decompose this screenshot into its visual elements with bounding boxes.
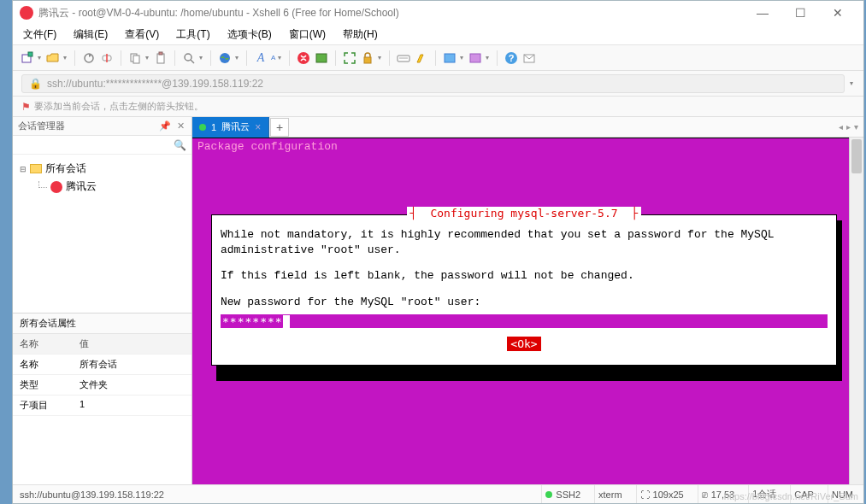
content-area: 1 腾讯云 × + ◂ ▸ ▾ Package configuration <box>192 117 863 484</box>
terminal-scrollbar[interactable] <box>850 138 863 484</box>
copy-icon[interactable] <box>127 50 143 66</box>
body-layout: 会话管理器 📌 ✕ 🔍 ⊟ 所有会话 腾讯云 <box>13 117 863 484</box>
cursor-icon: ⎚ <box>702 489 708 500</box>
find-icon[interactable] <box>181 50 197 66</box>
globe-drop[interactable]: ▾ <box>235 54 240 62</box>
prop-type-value: 文件夹 <box>73 375 191 396</box>
find-drop[interactable]: ▾ <box>199 54 204 62</box>
address-drop[interactable]: ▾ <box>850 79 855 87</box>
address-input[interactable]: 🔒 ssh://ubuntu:**************@139.199.15… <box>21 74 845 93</box>
tab-next-icon[interactable]: ▸ <box>846 122 851 132</box>
menu-tabs[interactable]: 选项卡(B) <box>224 26 275 44</box>
addressbar: 🔒 ssh://ubuntu:**************@139.199.15… <box>13 71 863 97</box>
password-input[interactable]: ********_ <box>221 314 828 328</box>
maximize-button[interactable]: ☐ <box>781 1 819 25</box>
reconnect-icon[interactable] <box>81 50 97 66</box>
close-button[interactable]: ✕ <box>819 1 857 25</box>
status-term: xterm <box>594 485 626 503</box>
tree-session[interactable]: 腾讯云 <box>20 178 185 196</box>
tab-prev-icon[interactable]: ◂ <box>839 122 843 132</box>
menu-help[interactable]: 帮助(H) <box>339 26 381 44</box>
tree-session-label: 腾讯云 <box>66 179 97 194</box>
menu-view[interactable]: 查看(V) <box>121 26 162 44</box>
session-tree: ⊟ 所有会话 腾讯云 <box>13 155 191 313</box>
toolbar: ▾ ▾ ▾ ▾ ▾ A A ▾ ▾ ▾ ▾ ? <box>13 45 863 71</box>
menubar: 文件(F) 编辑(E) 查看(V) 工具(T) 选项卡(B) 窗口(W) 帮助(… <box>13 25 863 45</box>
lock-icon[interactable] <box>360 50 375 66</box>
svg-rect-18 <box>470 54 480 62</box>
email-icon[interactable] <box>521 50 537 66</box>
col-value: 值 <box>73 334 191 355</box>
flag-icon: ⚑ <box>21 101 31 113</box>
size-icon: ⛶ <box>640 489 650 500</box>
minimize-button[interactable]: — <box>744 1 781 25</box>
svg-rect-1 <box>28 52 32 56</box>
window-title: 腾讯云 - root@VM-0-4-ubuntu: /home/ubuntu -… <box>38 6 744 21</box>
prop-name-label: 名称 <box>13 355 73 375</box>
panel-close-icon[interactable]: ✕ <box>174 120 186 132</box>
font-drop[interactable]: ▾ <box>278 54 283 62</box>
menu-edit[interactable]: 编辑(E) <box>70 26 111 44</box>
window-controls: — ☐ ✕ <box>744 1 857 25</box>
tab-add-button[interactable]: + <box>270 118 289 137</box>
open-icon[interactable] <box>45 50 61 66</box>
terminal[interactable]: Package configuration ┤ Configuring mysq… <box>192 138 850 484</box>
menu-tools[interactable]: 工具(T) <box>173 26 213 44</box>
address-url: ssh://ubuntu:**************@139.199.158.… <box>47 78 263 90</box>
disconnect-icon[interactable] <box>99 50 115 66</box>
help-icon[interactable]: ? <box>504 50 519 66</box>
prop-child-value: 1 <box>73 396 191 416</box>
sidebar-title: 会话管理器 <box>18 120 65 132</box>
sidebar-search-row: 🔍 <box>13 136 191 155</box>
xftp-icon[interactable] <box>314 50 329 66</box>
svg-rect-13 <box>316 54 327 62</box>
globe-icon[interactable] <box>217 50 233 66</box>
tab-active[interactable]: 1 腾讯云 × <box>192 117 269 138</box>
prop-type-label: 类型 <box>13 375 73 396</box>
new-session-icon[interactable] <box>20 50 35 66</box>
svg-rect-17 <box>445 54 455 62</box>
open-drop[interactable]: ▾ <box>63 54 68 62</box>
font-icon[interactable]: A <box>253 50 268 66</box>
prop-child-label: 子项目 <box>13 396 73 416</box>
dialog-line1: While not mandatory, it is highly recomm… <box>221 227 828 257</box>
tunnels-drop[interactable]: ▾ <box>486 54 491 62</box>
tab-index: 1 <box>211 122 216 132</box>
dialog-line3: New password for the MySQL "root" user: <box>221 295 828 310</box>
session-icon-small <box>50 181 62 193</box>
dialog-title-row: ┤ Configuring mysql-server-5.7 ├ <box>212 207 836 220</box>
session-drop[interactable]: ▾ <box>460 54 465 62</box>
ok-button[interactable]: <Ok> <box>221 337 828 353</box>
pin-icon[interactable]: 📌 <box>159 120 171 132</box>
search-icon[interactable]: 🔍 <box>174 139 186 151</box>
tabbar-nav: ◂ ▸ ▾ <box>839 122 863 132</box>
tab-label: 腾讯云 <box>221 120 250 133</box>
tunnels-icon[interactable] <box>468 50 483 66</box>
paste-icon[interactable] <box>153 50 168 66</box>
session-icon[interactable] <box>442 50 457 66</box>
fullscreen-icon[interactable] <box>342 50 357 66</box>
menu-file[interactable]: 文件(F) <box>20 26 60 44</box>
pkg-config-header: Package configuration <box>192 138 343 155</box>
lock-drop[interactable]: ▾ <box>378 54 383 62</box>
status-conn: ssh://ubuntu@139.199.158.119:22 <box>20 489 164 500</box>
new-session-drop[interactable]: ▾ <box>38 54 43 62</box>
tree-root[interactable]: ⊟ 所有会话 <box>20 160 185 178</box>
scroll-thumb[interactable] <box>851 139 862 173</box>
dialog-line2: If this field is left blank, the passwor… <box>221 268 828 284</box>
tab-close-icon[interactable]: × <box>255 121 261 133</box>
status-proto: SSH2 <box>556 489 580 500</box>
sidebar-header: 会话管理器 📌 ✕ <box>13 117 191 136</box>
menu-window[interactable]: 窗口(W) <box>286 26 329 44</box>
xagent-icon[interactable] <box>296 50 311 66</box>
svg-rect-8 <box>159 52 162 55</box>
hintbar: ⚑ 要添加当前会话，点击左侧的箭头按钮。 <box>13 97 863 117</box>
tree-collapse-icon[interactable]: ⊟ <box>20 165 27 173</box>
dialog-title: Configuring mysql-server-5.7 <box>427 207 621 220</box>
keyboard-icon[interactable] <box>396 50 411 66</box>
tab-menu-icon[interactable]: ▾ <box>854 122 858 132</box>
titlebar: 腾讯云 - root@VM-0-4-ubuntu: /home/ubuntu -… <box>13 1 863 25</box>
highlight-icon[interactable] <box>414 50 429 66</box>
sidebar-properties: 所有会话属性 名称 值 名称 所有会话 类型 文件夹 子项目 1 <box>13 313 191 484</box>
copy-drop[interactable]: ▾ <box>145 54 150 62</box>
